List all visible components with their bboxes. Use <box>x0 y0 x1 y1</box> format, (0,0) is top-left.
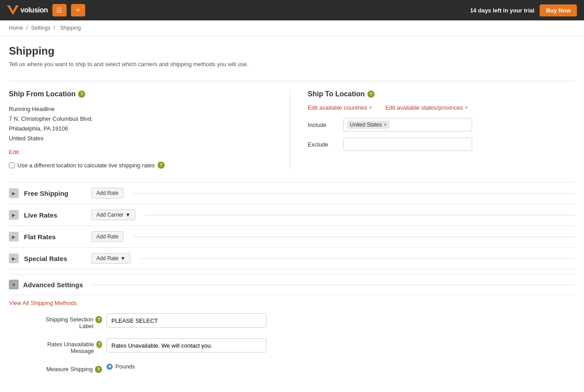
ship-to-title: Ship To Location ? <box>308 90 576 98</box>
pounds-radio-row: Pounds <box>107 363 575 370</box>
ship-section: Ship From Location ? Running Headline 7 … <box>9 81 575 169</box>
special-add-rate-label: Add Rate <box>96 255 118 261</box>
page-subtitle: Tell us where you want to ship to and se… <box>9 61 575 67</box>
special-rates-toggle[interactable]: ▶ <box>9 253 19 263</box>
flat-rates-label: Flat Rates <box>24 233 86 241</box>
advanced-settings-toggle[interactable]: ▼ <box>9 280 19 289</box>
measure-shipping-control: Pounds <box>107 363 575 370</box>
live-rates-add-carrier-btn[interactable]: Add Carrier ▼ <box>91 210 135 220</box>
trial-label: days left in your trial <box>478 7 534 14</box>
edit-states-label: Edit available states/provinces <box>385 104 463 111</box>
pounds-label: Pounds <box>115 363 135 370</box>
ship-from-title: Ship From Location ? <box>9 90 276 98</box>
live-rates-toggle[interactable]: ▶ <box>9 210 19 220</box>
address-line4: United States <box>9 134 276 143</box>
free-shipping-row: ▶ Free Shipping Add Rate <box>9 182 575 204</box>
dashboard-icon-button[interactable]: ⧧ <box>71 4 85 16</box>
ship-to-links: Edit available countries ↗ Edit availabl… <box>308 104 576 111</box>
volusion-logo-icon <box>7 5 19 15</box>
measure-shipping-help-icon[interactable]: ? <box>95 366 102 373</box>
flat-rates-row: ▶ Flat Rates Add Rate <box>9 226 575 248</box>
flat-rates-toggle[interactable]: ▶ <box>9 232 19 242</box>
address-line1: Running Headline <box>9 104 276 114</box>
advanced-settings-title: Advanced Settings <box>23 281 83 289</box>
advanced-header: ▼ Advanced Settings <box>9 274 575 295</box>
breadcrumb-sep1: / <box>26 25 29 31</box>
special-rates-row: ▶ Special Rates Add Rate ▼ <box>9 248 575 269</box>
ship-from-help-icon[interactable]: ? <box>78 91 85 98</box>
live-rates-divider <box>145 215 575 215</box>
store-icon-button[interactable]: ☷ <box>52 4 67 16</box>
rates-unavailable-control <box>107 338 575 352</box>
measure-shipping-label-text: Measure Shipping <box>46 366 93 372</box>
header-left: volusion ☷ ⧧ <box>7 4 85 16</box>
free-shipping-toggle[interactable]: ▶ <box>9 188 19 198</box>
ship-from-panel: Ship From Location ? Running Headline 7 … <box>9 90 290 169</box>
add-rate-label: Add Rate <box>96 190 118 196</box>
breadcrumb: Home / Settings / Shipping <box>0 20 584 36</box>
united-states-tag: United States × <box>347 121 390 129</box>
exclude-label: Exclude <box>308 141 343 148</box>
shipping-selection-help-icon[interactable]: ? <box>95 316 102 323</box>
tag-remove-btn[interactable]: × <box>384 122 387 128</box>
free-shipping-add-rate-btn[interactable]: Add Rate <box>91 188 123 198</box>
live-shipping-checkbox[interactable] <box>9 162 15 168</box>
edit-states-link[interactable]: Edit available states/provinces ↗ <box>385 104 468 111</box>
breadcrumb-home[interactable]: Home <box>9 25 23 31</box>
special-rates-label: Special Rates <box>24 255 86 262</box>
buy-now-button[interactable]: Buy Now <box>540 4 577 16</box>
measure-shipping-row: Measure Shipping ? Pounds <box>36 363 575 373</box>
ship-from-label: Ship From Location <box>9 90 75 98</box>
ship-to-panel: Ship To Location ? Edit available countr… <box>290 90 576 169</box>
external-icon-states: ↗ <box>464 105 468 110</box>
free-shipping-label: Free Shipping <box>24 190 86 197</box>
include-label: Include <box>308 122 343 128</box>
edit-countries-label: Edit available countries <box>308 104 367 111</box>
special-rates-add-rate-btn[interactable]: Add Rate ▼ <box>91 253 130 264</box>
header-right: 14 days left in your trial Buy Now <box>470 4 577 16</box>
dashboard-icon: ⧧ <box>75 7 81 14</box>
flat-rates-add-rate-btn[interactable]: Add Rate <box>91 231 123 242</box>
live-shipping-checkbox-row: Use a different location to calculate li… <box>9 162 276 169</box>
advanced-settings-form: Shipping Selection Label ? Rates Unavail… <box>9 313 575 373</box>
breadcrumb-settings[interactable]: Settings <box>31 25 50 31</box>
ship-to-help-icon[interactable]: ? <box>367 91 375 98</box>
shipping-selection-input[interactable] <box>107 313 266 328</box>
logo: volusion <box>7 5 48 15</box>
special-rates-divider <box>140 258 575 259</box>
app-header: volusion ☷ ⧧ 14 days left in your trial … <box>0 0 584 20</box>
shipping-selection-label: Shipping Selection Label ? <box>36 313 107 329</box>
rates-unavailable-help-icon[interactable]: ? <box>96 341 102 348</box>
dropdown-arrow-special: ▼ <box>120 255 126 261</box>
logo-text: volusion <box>20 6 48 14</box>
shipping-methods: ▶ Free Shipping Add Rate ▶ Live Rates Ad… <box>9 182 575 269</box>
view-all-shipping-link[interactable]: View All Shipping Methods <box>9 300 77 306</box>
svg-marker-0 <box>7 5 19 15</box>
shipping-selection-control <box>107 313 575 328</box>
include-tag-input[interactable]: United States × <box>343 118 472 131</box>
measure-shipping-label: Measure Shipping ? <box>36 363 107 373</box>
ship-from-edit-link[interactable]: Edit <box>9 149 19 155</box>
page-title: Shipping <box>9 45 575 57</box>
shipping-selection-label-text: Shipping Selection Label <box>36 316 93 329</box>
breadcrumb-sep2: / <box>54 25 57 31</box>
rates-unavailable-input[interactable] <box>107 338 266 352</box>
breadcrumb-current: Shipping <box>60 25 81 31</box>
exclude-input-area <box>343 138 576 151</box>
dropdown-arrow-live: ▼ <box>125 212 130 218</box>
store-icon: ☷ <box>56 7 62 14</box>
add-carrier-label: Add Carrier <box>96 212 123 218</box>
edit-countries-link[interactable]: Edit available countries ↗ <box>308 104 372 111</box>
pounds-radio-selected[interactable] <box>107 364 113 370</box>
external-icon-countries: ↗ <box>368 105 372 110</box>
live-shipping-label: Use a different location to calculate li… <box>17 162 155 169</box>
tag-label: United States <box>350 122 382 128</box>
address-line2: 7 N. Christopher Columbus Blvd. <box>9 114 276 124</box>
rates-unavailable-label: Rates Unavailable Message ? <box>36 338 107 354</box>
live-shipping-help-icon[interactable]: ? <box>158 162 165 169</box>
ship-from-address: Running Headline 7 N. Christopher Columb… <box>9 104 276 143</box>
trial-text: 14 days left in your trial <box>470 7 534 14</box>
live-rates-row: ▶ Live Rates Add Carrier ▼ <box>9 204 575 226</box>
exclude-input[interactable] <box>343 138 472 151</box>
address-line3: Philadelphia, PA 19106 <box>9 124 276 134</box>
